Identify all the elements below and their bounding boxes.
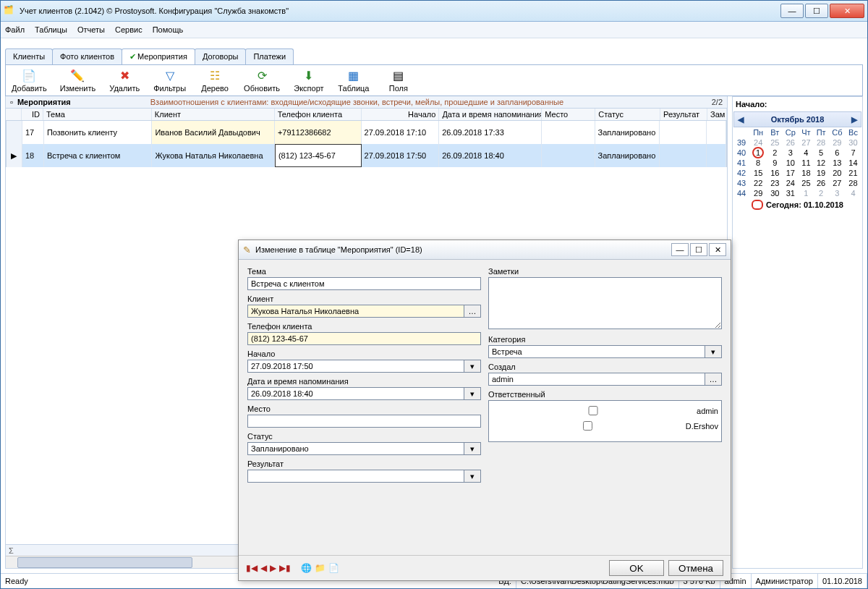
col-start[interactable]: Начало bbox=[362, 109, 440, 120]
col-status[interactable]: Статус bbox=[595, 109, 660, 120]
calendar-day[interactable]: 13 bbox=[829, 158, 846, 168]
ok-button[interactable]: OK bbox=[609, 560, 664, 576]
calendar-day[interactable]: 19 bbox=[814, 168, 829, 178]
calendar-day[interactable]: 26 bbox=[782, 137, 799, 148]
calendar-month[interactable]: Октябрь 2018 bbox=[747, 115, 848, 124]
notes-textarea[interactable] bbox=[488, 277, 722, 329]
menu-tables[interactable]: Таблицы bbox=[35, 25, 67, 34]
result-select[interactable] bbox=[247, 470, 464, 483]
calendar-day[interactable]: 4 bbox=[846, 188, 861, 198]
client-picker-button[interactable]: … bbox=[464, 305, 481, 318]
status-dropdown-button[interactable]: ▾ bbox=[464, 442, 481, 455]
menu-file[interactable]: Файл bbox=[5, 25, 25, 34]
responsible-item[interactable]: admin bbox=[492, 404, 718, 418]
calendar-day[interactable]: 29 bbox=[829, 137, 846, 148]
dialog-minimize-button[interactable]: — bbox=[671, 243, 689, 256]
dialog-close-button[interactable]: ✕ bbox=[709, 243, 726, 256]
result-dropdown-button[interactable]: ▾ bbox=[464, 470, 481, 483]
calendar-day[interactable]: 25 bbox=[799, 178, 813, 188]
table-button[interactable]: ▦Таблица bbox=[338, 68, 370, 93]
col-remind[interactable]: Дата и время напоминания bbox=[439, 109, 542, 120]
responsible-checkbox[interactable] bbox=[495, 406, 692, 415]
creator-input[interactable] bbox=[488, 373, 705, 386]
col-result[interactable]: Результат bbox=[660, 109, 707, 120]
calendar-day[interactable]: 22 bbox=[749, 178, 767, 188]
calendar-day[interactable]: 23 bbox=[767, 178, 782, 188]
calendar-day[interactable]: 9 bbox=[767, 158, 782, 168]
close-button[interactable]: ✕ bbox=[830, 4, 864, 18]
export-button[interactable]: ⬇Экспорт bbox=[293, 68, 325, 93]
calendar-day[interactable]: 29 bbox=[749, 188, 767, 198]
tab-photos[interactable]: Фото клиентов bbox=[52, 48, 122, 64]
prev-month-button[interactable]: ◀ bbox=[734, 115, 747, 124]
client-input[interactable] bbox=[247, 305, 464, 318]
calendar-day[interactable]: 5 bbox=[814, 148, 829, 158]
status-select[interactable] bbox=[247, 442, 464, 455]
col-topic[interactable]: Тема bbox=[43, 109, 152, 120]
col-place[interactable]: Место bbox=[542, 109, 595, 120]
cancel-button[interactable]: Отмена bbox=[668, 560, 723, 576]
fields-button[interactable]: ▤Поля bbox=[383, 68, 414, 93]
calendar-grid[interactable]: ПнВтСрЧтПтСбВс39242526272829304012345674… bbox=[734, 127, 861, 198]
row-selector-icon[interactable]: ▫ bbox=[10, 98, 13, 106]
nav-next-button[interactable]: ▶ bbox=[270, 563, 276, 573]
tab-clients[interactable]: Клиенты bbox=[5, 48, 53, 64]
start-dropdown-button[interactable]: ▾ bbox=[464, 360, 481, 373]
calendar-day[interactable]: 16 bbox=[767, 168, 782, 178]
calendar-day[interactable]: 14 bbox=[846, 158, 861, 168]
col-id[interactable]: ID bbox=[22, 109, 43, 120]
refresh-button[interactable]: ⟳Обновить bbox=[244, 68, 280, 93]
tab-events[interactable]: ✔Мероприятия bbox=[122, 48, 195, 64]
globe-icon[interactable]: 🌐 bbox=[301, 563, 312, 573]
category-select[interactable] bbox=[488, 345, 705, 358]
table-row[interactable]: ▶ 18 Встреча с клиентом Жукова Наталья Н… bbox=[6, 144, 727, 167]
filters-button[interactable]: ▽Фильтры bbox=[153, 68, 186, 93]
calendar-day[interactable]: 20 bbox=[829, 168, 846, 178]
responsible-checkbox[interactable] bbox=[495, 421, 681, 431]
calendar-day[interactable]: 24 bbox=[749, 137, 767, 148]
calendar-day[interactable]: 11 bbox=[799, 158, 813, 168]
calendar-day[interactable]: 1 bbox=[799, 188, 813, 198]
place-input[interactable] bbox=[247, 415, 481, 428]
delete-button[interactable]: ✖Удалить bbox=[109, 68, 140, 93]
today-label[interactable]: Сегодня: 01.10.2018 bbox=[752, 200, 843, 210]
table-row[interactable]: 17 Позвонить клиенту Иванов Василий Давы… bbox=[6, 121, 727, 144]
calendar-day[interactable]: 10 bbox=[782, 158, 799, 168]
calendar-day[interactable]: 31 bbox=[782, 188, 799, 198]
tree-button[interactable]: ☷Дерево bbox=[199, 68, 231, 93]
menu-reports[interactable]: Отчеты bbox=[77, 25, 105, 34]
calendar-day[interactable]: 17 bbox=[782, 168, 799, 178]
tab-contracts[interactable]: Договоры bbox=[195, 48, 246, 64]
calendar-day[interactable]: 27 bbox=[829, 178, 846, 188]
creator-picker-button[interactable]: … bbox=[705, 373, 722, 386]
nav-first-button[interactable]: ▮◀ bbox=[246, 563, 258, 573]
responsible-item[interactable]: D.Ershov bbox=[492, 419, 718, 433]
topic-input[interactable] bbox=[247, 277, 481, 290]
remind-input[interactable] bbox=[247, 387, 464, 400]
dialog-maximize-button[interactable]: ☐ bbox=[690, 243, 707, 256]
calendar-day[interactable]: 3 bbox=[829, 188, 846, 198]
next-month-button[interactable]: ▶ bbox=[848, 115, 861, 124]
edit-button[interactable]: ✏️Изменить bbox=[60, 68, 96, 93]
tab-payments[interactable]: Платежи bbox=[245, 48, 294, 64]
calendar-day[interactable]: 4 bbox=[799, 148, 813, 158]
category-dropdown-button[interactable]: ▾ bbox=[705, 345, 722, 358]
remind-dropdown-button[interactable]: ▾ bbox=[464, 387, 481, 400]
calendar-day[interactable]: 27 bbox=[799, 137, 813, 148]
maximize-button[interactable]: ☐ bbox=[805, 4, 828, 18]
calendar-day[interactable]: 6 bbox=[829, 148, 846, 158]
menu-help[interactable]: Помощь bbox=[153, 25, 184, 34]
col-client[interactable]: Клиент bbox=[152, 109, 275, 120]
nav-prev-button[interactable]: ◀ bbox=[260, 563, 267, 573]
calendar-day[interactable]: 18 bbox=[799, 168, 813, 178]
calendar-day[interactable]: 24 bbox=[782, 178, 799, 188]
document-icon[interactable]: 📄 bbox=[328, 563, 339, 573]
calendar-day[interactable]: 15 bbox=[749, 168, 767, 178]
add-button[interactable]: 📄Добавить bbox=[12, 68, 47, 93]
menu-service[interactable]: Сервис bbox=[115, 25, 142, 34]
col-note[interactable]: Зам bbox=[707, 109, 727, 120]
calendar-day[interactable]: 2 bbox=[814, 188, 829, 198]
phone-input[interactable] bbox=[247, 332, 481, 345]
calendar-day[interactable]: 3 bbox=[782, 148, 799, 158]
calendar-day[interactable]: 30 bbox=[846, 137, 861, 148]
